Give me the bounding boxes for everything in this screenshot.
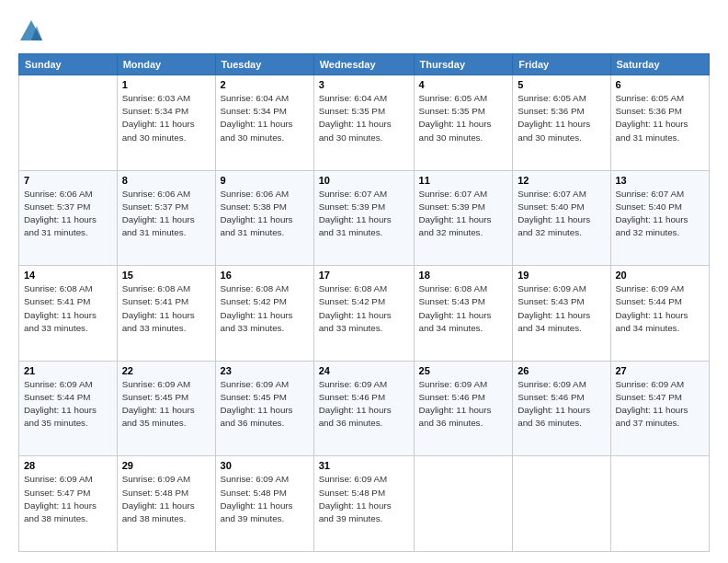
calendar-cell: 23Sunrise: 6:09 AMSunset: 5:45 PMDayligh… — [215, 361, 313, 456]
calendar-week-row: 21Sunrise: 6:09 AMSunset: 5:44 PMDayligh… — [19, 361, 710, 456]
day-number: 14 — [24, 270, 112, 281]
calendar-cell: 21Sunrise: 6:09 AMSunset: 5:44 PMDayligh… — [19, 361, 118, 456]
day-info: Sunrise: 6:09 AMSunset: 5:44 PMDaylight:… — [616, 282, 705, 335]
calendar-cell: 27Sunrise: 6:09 AMSunset: 5:47 PMDayligh… — [610, 361, 710, 456]
calendar-cell: 8Sunrise: 6:06 AMSunset: 5:37 PMDaylight… — [117, 170, 215, 266]
day-number: 27 — [616, 365, 705, 376]
weekday-header-friday: Friday — [513, 54, 610, 75]
day-info: Sunrise: 6:07 AMSunset: 5:40 PMDaylight:… — [518, 188, 605, 240]
day-number: 7 — [24, 175, 112, 186]
day-info: Sunrise: 6:09 AMSunset: 5:48 PMDaylight:… — [122, 473, 210, 525]
calendar-cell: 28Sunrise: 6:09 AMSunset: 5:47 PMDayligh… — [19, 456, 118, 552]
weekday-header-sunday: Sunday — [19, 54, 118, 75]
day-number: 13 — [616, 175, 705, 186]
calendar-cell: 19Sunrise: 6:09 AMSunset: 5:43 PMDayligh… — [513, 266, 610, 362]
day-info: Sunrise: 6:06 AMSunset: 5:37 PMDaylight:… — [122, 188, 210, 240]
day-info: Sunrise: 6:09 AMSunset: 5:46 PMDaylight:… — [419, 378, 508, 431]
day-number: 23 — [221, 365, 309, 376]
day-number: 20 — [616, 270, 705, 281]
calendar-cell: 16Sunrise: 6:08 AMSunset: 5:42 PMDayligh… — [215, 266, 313, 362]
calendar-cell: 4Sunrise: 6:05 AMSunset: 5:35 PMDaylight… — [414, 75, 513, 171]
calendar-cell: 29Sunrise: 6:09 AMSunset: 5:48 PMDayligh… — [117, 456, 215, 552]
day-number: 31 — [319, 460, 409, 471]
calendar-cell — [19, 75, 118, 171]
day-info: Sunrise: 6:06 AMSunset: 5:38 PMDaylight:… — [221, 188, 309, 240]
day-number: 12 — [518, 175, 605, 186]
calendar-cell: 22Sunrise: 6:09 AMSunset: 5:45 PMDayligh… — [117, 361, 215, 456]
weekday-header-row: SundayMondayTuesdayWednesdayThursdayFrid… — [19, 54, 710, 75]
day-info: Sunrise: 6:08 AMSunset: 5:42 PMDaylight:… — [319, 282, 409, 335]
calendar-cell: 12Sunrise: 6:07 AMSunset: 5:40 PMDayligh… — [513, 170, 610, 266]
calendar-cell: 7Sunrise: 6:06 AMSunset: 5:37 PMDaylight… — [19, 170, 118, 266]
day-info: Sunrise: 6:09 AMSunset: 5:43 PMDaylight:… — [518, 282, 605, 335]
day-number: 24 — [319, 365, 409, 376]
day-number: 22 — [122, 365, 210, 376]
day-info: Sunrise: 6:09 AMSunset: 5:44 PMDaylight:… — [24, 378, 112, 431]
day-info: Sunrise: 6:06 AMSunset: 5:37 PMDaylight:… — [24, 188, 112, 240]
logo — [18, 18, 48, 44]
day-number: 10 — [319, 175, 409, 186]
day-info: Sunrise: 6:09 AMSunset: 5:46 PMDaylight:… — [319, 378, 409, 431]
weekday-header-tuesday: Tuesday — [215, 54, 313, 75]
day-info: Sunrise: 6:09 AMSunset: 5:48 PMDaylight:… — [319, 473, 409, 525]
calendar-table: SundayMondayTuesdayWednesdayThursdayFrid… — [18, 53, 710, 552]
calendar-cell: 11Sunrise: 6:07 AMSunset: 5:39 PMDayligh… — [414, 170, 513, 266]
calendar-cell: 15Sunrise: 6:08 AMSunset: 5:41 PMDayligh… — [117, 266, 215, 362]
day-info: Sunrise: 6:08 AMSunset: 5:43 PMDaylight:… — [419, 282, 508, 335]
calendar-cell: 24Sunrise: 6:09 AMSunset: 5:46 PMDayligh… — [313, 361, 414, 456]
calendar-cell: 1Sunrise: 6:03 AMSunset: 5:34 PMDaylight… — [117, 75, 215, 171]
day-number: 3 — [319, 79, 409, 90]
weekday-header-monday: Monday — [117, 54, 215, 75]
day-number: 5 — [518, 79, 605, 90]
day-number: 19 — [518, 270, 605, 281]
day-info: Sunrise: 6:09 AMSunset: 5:45 PMDaylight:… — [122, 378, 210, 431]
calendar-cell: 25Sunrise: 6:09 AMSunset: 5:46 PMDayligh… — [414, 361, 513, 456]
calendar-cell: 10Sunrise: 6:07 AMSunset: 5:39 PMDayligh… — [313, 170, 414, 266]
calendar-cell: 26Sunrise: 6:09 AMSunset: 5:46 PMDayligh… — [513, 361, 610, 456]
day-info: Sunrise: 6:09 AMSunset: 5:46 PMDaylight:… — [518, 378, 605, 431]
day-number: 8 — [122, 175, 210, 186]
calendar-cell: 30Sunrise: 6:09 AMSunset: 5:48 PMDayligh… — [215, 456, 313, 552]
day-info: Sunrise: 6:09 AMSunset: 5:47 PMDaylight:… — [616, 378, 705, 431]
day-info: Sunrise: 6:09 AMSunset: 5:48 PMDaylight:… — [221, 473, 309, 525]
logo-icon — [18, 18, 44, 44]
day-info: Sunrise: 6:05 AMSunset: 5:36 PMDaylight:… — [518, 92, 605, 144]
day-info: Sunrise: 6:07 AMSunset: 5:39 PMDaylight:… — [419, 188, 508, 240]
day-info: Sunrise: 6:09 AMSunset: 5:47 PMDaylight:… — [24, 473, 112, 525]
calendar-cell: 14Sunrise: 6:08 AMSunset: 5:41 PMDayligh… — [19, 266, 118, 362]
calendar-cell: 20Sunrise: 6:09 AMSunset: 5:44 PMDayligh… — [610, 266, 710, 362]
day-number: 26 — [518, 365, 605, 376]
day-number: 11 — [419, 175, 508, 186]
weekday-header-wednesday: Wednesday — [313, 54, 414, 75]
calendar-cell: 2Sunrise: 6:04 AMSunset: 5:34 PMDaylight… — [215, 75, 313, 171]
day-info: Sunrise: 6:04 AMSunset: 5:34 PMDaylight:… — [221, 92, 309, 144]
day-info: Sunrise: 6:08 AMSunset: 5:42 PMDaylight:… — [221, 282, 309, 335]
day-number: 30 — [221, 460, 309, 471]
calendar-cell: 31Sunrise: 6:09 AMSunset: 5:48 PMDayligh… — [313, 456, 414, 552]
day-number: 17 — [319, 270, 409, 281]
calendar-week-row: 28Sunrise: 6:09 AMSunset: 5:47 PMDayligh… — [19, 456, 710, 552]
calendar-week-row: 7Sunrise: 6:06 AMSunset: 5:37 PMDaylight… — [19, 170, 710, 266]
calendar-cell: 13Sunrise: 6:07 AMSunset: 5:40 PMDayligh… — [610, 170, 710, 266]
day-info: Sunrise: 6:07 AMSunset: 5:39 PMDaylight:… — [319, 188, 409, 240]
day-number: 2 — [221, 79, 309, 90]
weekday-header-thursday: Thursday — [414, 54, 513, 75]
day-number: 29 — [122, 460, 210, 471]
calendar-cell — [610, 456, 710, 552]
calendar-cell: 3Sunrise: 6:04 AMSunset: 5:35 PMDaylight… — [313, 75, 414, 171]
calendar-cell: 6Sunrise: 6:05 AMSunset: 5:36 PMDaylight… — [610, 75, 710, 171]
day-number: 1 — [122, 79, 210, 90]
day-number: 15 — [122, 270, 210, 281]
weekday-header-saturday: Saturday — [610, 54, 710, 75]
calendar-cell: 5Sunrise: 6:05 AMSunset: 5:36 PMDaylight… — [513, 75, 610, 171]
day-number: 28 — [24, 460, 112, 471]
day-info: Sunrise: 6:08 AMSunset: 5:41 PMDaylight:… — [24, 282, 112, 335]
day-info: Sunrise: 6:03 AMSunset: 5:34 PMDaylight:… — [122, 92, 210, 144]
day-number: 16 — [221, 270, 309, 281]
day-info: Sunrise: 6:07 AMSunset: 5:40 PMDaylight:… — [616, 188, 705, 240]
day-info: Sunrise: 6:05 AMSunset: 5:35 PMDaylight:… — [419, 92, 508, 144]
day-info: Sunrise: 6:04 AMSunset: 5:35 PMDaylight:… — [319, 92, 409, 144]
page: SundayMondayTuesdayWednesdayThursdayFrid… — [0, 0, 728, 563]
calendar-cell — [513, 456, 610, 552]
day-number: 4 — [419, 79, 508, 90]
